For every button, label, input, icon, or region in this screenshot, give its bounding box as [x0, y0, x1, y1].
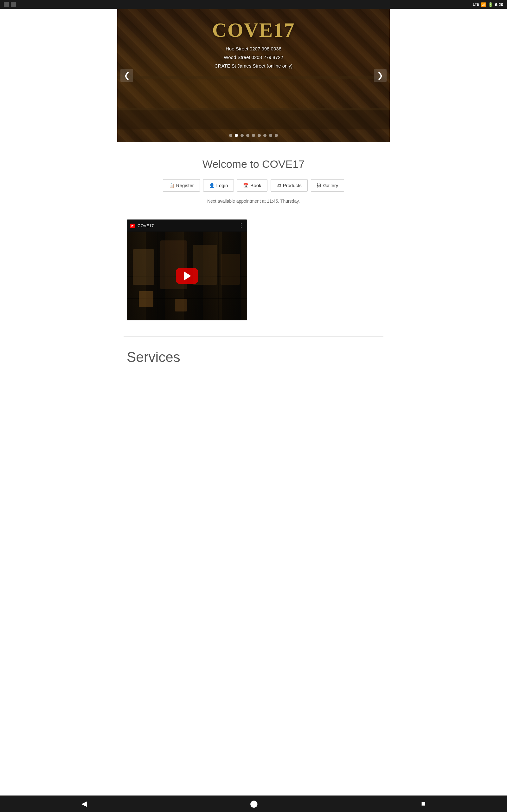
welcome-title: Welcome to COVE17	[124, 158, 383, 170]
hero-content: COVE17 Hoe Street 0207 998 0038 Wood Str…	[117, 9, 390, 70]
video-play-button[interactable]	[176, 268, 198, 284]
gallery-button[interactable]: 🖼 Gallery	[311, 179, 344, 192]
carousel-dot-4[interactable]	[252, 134, 255, 137]
address-line-1: Hoe Street 0207 998 0038	[117, 44, 390, 53]
login-button[interactable]: 👤 Login	[203, 179, 234, 192]
video-header-left: ▶ COVE17	[130, 223, 154, 228]
carousel-dot-1[interactable]	[235, 134, 238, 137]
hero-carousel: COVE17 Hoe Street 0207 998 0038 Wood Str…	[117, 9, 390, 142]
play-triangle-icon	[184, 271, 191, 281]
register-button[interactable]: 📋 Register	[163, 179, 200, 192]
login-icon: 👤	[209, 183, 215, 188]
register-label: Register	[176, 183, 194, 188]
services-section: Services	[117, 340, 390, 371]
products-icon: 🏷	[277, 183, 281, 188]
login-label: Login	[216, 183, 228, 188]
address-line-3: CRATE St James Street (online only)	[117, 61, 390, 70]
action-buttons: 📋 Register 👤 Login 📅 Book 🏷 Products 🖼 G…	[124, 179, 383, 192]
video-section: ▶ COVE17 ⋮	[117, 213, 390, 333]
carousel-dot-8[interactable]	[275, 134, 278, 137]
carousel-dot-5[interactable]	[258, 134, 261, 137]
carousel-dots	[229, 134, 278, 137]
carousel-prev-button[interactable]: ❮	[120, 69, 133, 82]
video-header: ▶ COVE17 ⋮	[127, 219, 247, 232]
products-button[interactable]: 🏷 Products	[271, 179, 308, 192]
welcome-section: Welcome to COVE17 📋 Register 👤 Login 📅 B…	[117, 142, 390, 213]
products-label: Products	[283, 183, 302, 188]
carousel-next-button[interactable]: ❯	[374, 69, 387, 82]
register-icon: 📋	[169, 183, 174, 188]
video-channel-label: COVE17	[137, 223, 154, 228]
status-bar: LTE 📶 🔋 6:20	[117, 0, 390, 9]
book-icon: 📅	[243, 183, 248, 188]
next-appointment-text: Next available appointment at 11:45, Thu…	[124, 199, 383, 204]
gallery-icon: 🖼	[317, 183, 321, 188]
carousel-dot-7[interactable]	[269, 134, 272, 137]
services-title: Services	[127, 349, 380, 365]
section-divider	[124, 336, 383, 337]
book-label: Book	[250, 183, 261, 188]
bottom-spacer	[117, 371, 390, 397]
video-more-button[interactable]: ⋮	[238, 222, 244, 229]
gallery-label: Gallery	[323, 183, 338, 188]
carousel-dot-2[interactable]	[240, 134, 244, 137]
hero-title: COVE17	[117, 18, 390, 42]
carousel-dot-0[interactable]	[229, 134, 232, 137]
youtube-logo: ▶	[130, 223, 135, 228]
video-container: ▶ COVE17 ⋮	[127, 219, 247, 320]
hero-address: Hoe Street 0207 998 0038 Wood Street 020…	[117, 44, 390, 70]
carousel-dot-6[interactable]	[263, 134, 267, 137]
carousel-dot-3[interactable]	[246, 134, 249, 137]
address-line-2: Wood Street 0208 279 8722	[117, 53, 390, 61]
book-button[interactable]: 📅 Book	[237, 179, 267, 192]
video-thumbnail	[127, 232, 247, 320]
